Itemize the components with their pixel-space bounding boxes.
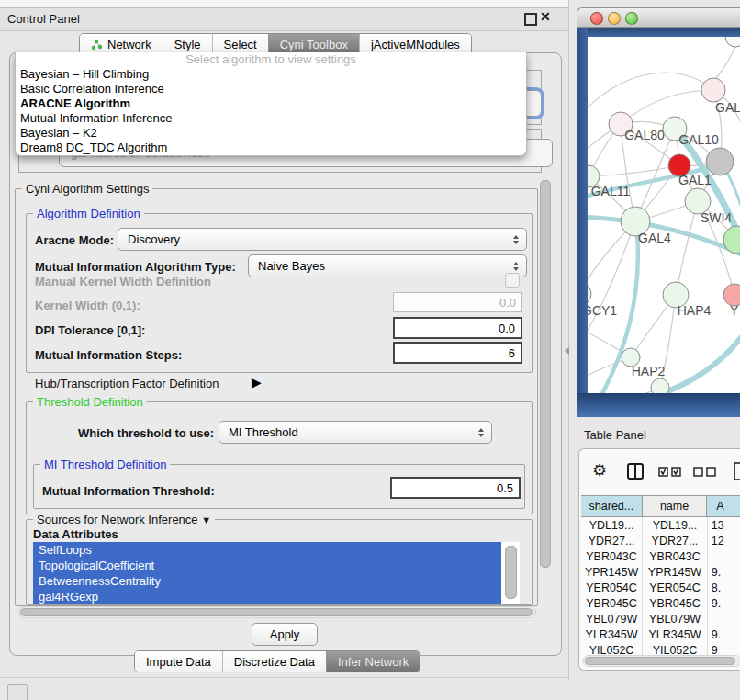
algorithm-menu-item-label: Mutual Information Inference — [20, 111, 172, 125]
checked-boxes-icon[interactable] — [658, 467, 682, 477]
tab-jactivemnodules[interactable]: jActiveMNodules — [359, 34, 471, 54]
tab-network[interactable]: Network — [80, 34, 163, 54]
cell-value[interactable]: 9. — [708, 564, 740, 580]
table-row[interactable]: YPR145W YPR145W 9. — [581, 564, 740, 580]
mini-panel-button[interactable] — [7, 684, 28, 700]
minimize-traffic-light[interactable] — [608, 12, 621, 25]
cell-shared-name[interactable]: YDR27... — [581, 533, 643, 548]
column-header-label: name — [660, 500, 689, 513]
algorithm-menu-item[interactable]: Bayesian – K2 — [16, 126, 526, 141]
cell-value[interactable]: 9. — [708, 595, 740, 611]
cell-shared-name[interactable]: YDL19... — [581, 517, 643, 533]
cell-value[interactable] — [708, 611, 740, 627]
cell-name[interactable]: YBR045C — [643, 595, 708, 611]
algorithm-menu-item[interactable]: Basic Correlation Inference — [16, 82, 526, 96]
cell-value[interactable]: 8. — [708, 580, 740, 595]
apply-button[interactable]: Apply — [252, 623, 318, 646]
tab-label: Network — [107, 38, 151, 51]
algorithm-menu-item[interactable]: Bayesian – Hill Climbing — [16, 67, 526, 82]
network-node[interactable]: HAP4 — [663, 282, 711, 318]
table-row[interactable]: YDL19... YDL19... 13 — [581, 517, 740, 533]
cell-shared-name[interactable]: YPR145W — [581, 564, 643, 580]
network-node[interactable]: HAP2 — [622, 348, 665, 378]
panel-divider — [568, 0, 569, 680]
attribute-label: gal4RGexp — [39, 590, 98, 604]
cell-shared-name[interactable]: YBR043C — [581, 548, 643, 564]
table-row[interactable]: YBL079W YBL079W — [581, 611, 740, 627]
cell-shared-name[interactable]: YBL079W — [581, 611, 643, 627]
network-node[interactable]: GAL11 — [588, 165, 630, 198]
gear-icon[interactable]: ⚙ — [592, 462, 607, 479]
network-node[interactable]: GCY1 — [588, 283, 617, 318]
column-header-name[interactable]: name — [643, 496, 707, 516]
tab-style[interactable]: Style — [163, 34, 212, 54]
cell-value[interactable]: 9. — [708, 627, 740, 642]
table-horizontal-thumb[interactable] — [585, 657, 735, 665]
network-node[interactable] — [706, 148, 734, 175]
list-scrollbar-thumb[interactable] — [505, 546, 517, 599]
close-icon[interactable]: ✕ — [540, 9, 551, 24]
attribute-list-item[interactable]: gal4RGexp — [33, 589, 501, 604]
cell-shared-name[interactable]: YLR345W — [581, 627, 643, 642]
node-table: shared... name A YDL19... YDL19... 13 YD… — [581, 495, 740, 657]
network-node-label: HAP2 — [632, 364, 666, 378]
algorithm-menu-item-label: Bayesian – Hill Climbing — [20, 67, 149, 81]
attribute-list-item[interactable]: BetweennessCentrality — [33, 573, 501, 589]
close-traffic-light[interactable] — [590, 12, 603, 25]
network-node[interactable]: GAL10 — [663, 117, 719, 147]
tab-label: Style — [174, 38, 201, 51]
cell-name[interactable]: YPR145W — [643, 564, 708, 580]
network-node[interactable]: GAL — [701, 78, 740, 115]
column-header-shared-name[interactable]: shared... — [581, 496, 643, 516]
cell-name[interactable]: YDL19... — [643, 517, 708, 533]
column-header-clipped[interactable]: A — [707, 496, 740, 516]
network-node[interactable]: GAL80 — [609, 112, 665, 142]
table-row[interactable]: YBR045C YBR045C 9. — [581, 595, 740, 611]
cell-value[interactable]: 13 — [708, 517, 740, 533]
attribute-list-item[interactable]: SelfLoops — [33, 542, 501, 558]
settings-vertical-scrollbar[interactable] — [540, 180, 551, 568]
cell-value[interactable] — [708, 548, 740, 564]
settings-horizontal-scrollbar[interactable] — [18, 606, 536, 618]
table-horizontal-scrollbar[interactable] — [583, 655, 740, 667]
cell-shared-name[interactable]: YBR045C — [581, 595, 643, 611]
settings-horizontal-thumb[interactable] — [20, 608, 533, 616]
algorithm-menu-item[interactable]: Mutual Information Inference — [16, 111, 526, 126]
panel-splitter-handle[interactable] — [565, 347, 569, 355]
file-icon[interactable] — [734, 462, 740, 480]
algorithm-menu-item[interactable]: ARACNE Algorithm — [16, 96, 526, 111]
network-window-titlebar[interactable] — [577, 7, 740, 28]
tab-select[interactable]: Select — [212, 34, 268, 54]
tab-cyni-toolbox[interactable]: Cyni Toolbox — [268, 34, 359, 54]
table-row[interactable]: YER054C YER054C 8. — [581, 580, 740, 595]
panel-title: Control Panel — [7, 12, 80, 26]
float-window-icon[interactable] — [524, 13, 537, 26]
network-node-label: HAP4 — [678, 303, 712, 318]
cell-shared-name[interactable]: YER054C — [581, 580, 643, 595]
cell-name[interactable]: YLR345W — [643, 627, 708, 642]
mi-threshold-title: MI Threshold Definition — [40, 457, 170, 471]
cell-name[interactable]: YER054C — [643, 580, 708, 595]
tab-infer-network[interactable]: Infer Network — [326, 651, 420, 672]
network-node[interactable] — [725, 37, 740, 47]
table-row[interactable]: YDR27... YDR27... 12 — [581, 533, 740, 548]
collapse-arrow-icon[interactable]: ▼ — [201, 514, 211, 525]
columns-icon[interactable] — [627, 463, 644, 480]
popup-placeholder: Select algorithm to view settings — [16, 52, 526, 67]
table-row[interactable]: YBR043C YBR043C — [581, 548, 740, 564]
algorithm-menu-item[interactable]: Dream8 DC_TDC Algorithm — [16, 141, 526, 155]
zoom-traffic-light[interactable] — [625, 12, 638, 25]
network-canvas[interactable]: GALGAL80GAL10GAL1GAL11SWI4GAL4GCY1HAP4YH… — [588, 37, 740, 393]
tab-discretize-data[interactable]: Discretize Data — [222, 651, 326, 672]
attribute-list-item[interactable]: TopologicalCoefficient — [33, 558, 501, 573]
cell-name[interactable]: YBR043C — [643, 548, 708, 564]
network-node[interactable] — [651, 378, 669, 393]
network-node[interactable]: Y — [723, 284, 740, 318]
table-row[interactable]: YLR345W YLR345W 9. — [581, 627, 740, 642]
cell-name[interactable]: YDR27... — [643, 533, 708, 548]
cell-value[interactable]: 12 — [708, 533, 740, 548]
cell-name[interactable]: YBL079W — [643, 611, 708, 627]
tab-impute-data[interactable]: Impute Data — [135, 651, 222, 672]
algorithm-menu-item-label: Bayesian – K2 — [20, 126, 97, 140]
unchecked-boxes-icon[interactable] — [693, 467, 717, 477]
